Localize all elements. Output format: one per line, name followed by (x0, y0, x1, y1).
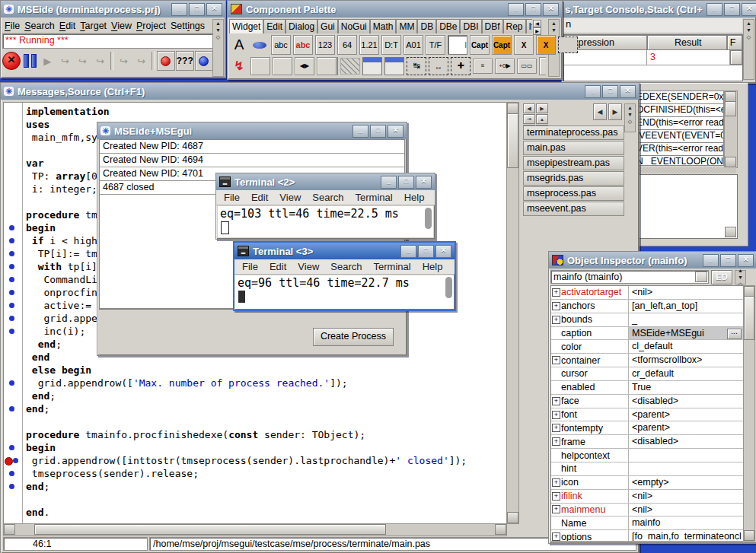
close-button-icon[interactable]: ✕ (742, 3, 756, 16)
debug-line-icon[interactable] (9, 290, 14, 295)
close-button-icon[interactable]: ✕ (543, 3, 559, 16)
scroll-left-icon[interactable] (4, 524, 15, 535)
maximize-button-icon[interactable]: □ (418, 245, 434, 258)
scroll-up-icon[interactable]: ▲ (551, 20, 557, 27)
tab-db[interactable]: DB (417, 19, 436, 33)
palette-component-X[interactable]: X (514, 35, 534, 55)
menu-item-project[interactable]: Project (134, 20, 168, 32)
close-button-icon[interactable]: ✕ (620, 85, 636, 98)
palette-component-123[interactable]: 123 (315, 35, 335, 55)
property-value[interactable]: <nil> (628, 504, 743, 516)
property-value[interactable] (628, 462, 743, 475)
expand-icon[interactable]: + (552, 532, 560, 541)
file-tab-main.pas[interactable]: main.pas (523, 141, 624, 155)
stack-frame-row[interactable]: OCFINISHED(this=<e (634, 104, 724, 117)
tab-ifi[interactable]: Ifi (526, 19, 532, 33)
log-row[interactable]: Created New PID: 4694 (100, 154, 404, 167)
flag-cell[interactable] (730, 50, 742, 65)
property-value[interactable]: <disabled> (628, 435, 743, 448)
close-button-icon[interactable]: ✕ (388, 125, 404, 138)
palette-component-mini[interactable]: +0▶ (495, 59, 515, 74)
property-row-container[interactable]: +container<tformscrollbox> (551, 354, 743, 367)
terminal-scrollbar[interactable] (425, 208, 432, 229)
editor-vscrollbar[interactable] (506, 102, 519, 524)
palette-component-box[interactable] (273, 57, 292, 75)
component-selector[interactable]: mainfo (tmainfo) (550, 270, 709, 284)
menu-item-help[interactable]: Help (404, 192, 425, 203)
pane-splitter-icon[interactable]: ◇ (216, 33, 220, 40)
menu-item-target[interactable]: Target (78, 20, 109, 32)
bluedot-button[interactable] (195, 51, 213, 71)
palette-component-A[interactable]: A (230, 36, 248, 54)
stack-scrollbar[interactable] (724, 91, 738, 168)
tab-gui[interactable]: Gui (317, 19, 338, 33)
property-row-color[interactable]: colorcl_default (551, 340, 743, 354)
scroll-up-icon[interactable]: ▲ (215, 20, 221, 27)
stack-frame-row[interactable]: N_ EVENTLOOP(ONC (634, 156, 724, 166)
palette-component-spacer[interactable]: ✚ (451, 57, 471, 75)
property-row-face[interactable]: +face<disabled> (551, 395, 743, 408)
last-file-icon[interactable]: ⇥ (523, 114, 535, 124)
debug-line-icon[interactable] (9, 484, 14, 489)
palette-component-zigzag[interactable]: ↯ (230, 57, 248, 75)
maximize-button-icon[interactable]: □ (720, 254, 736, 267)
minimize-button-icon[interactable]: _ (381, 176, 397, 189)
maximize-button-icon[interactable]: □ (724, 3, 740, 16)
menu-item-view[interactable]: View (279, 192, 301, 203)
expand-icon[interactable]: + (552, 302, 560, 310)
debug-line-icon[interactable] (9, 316, 14, 321)
expand-icon[interactable]: + (552, 437, 560, 446)
debug-line-icon[interactable] (9, 471, 14, 476)
scrollbar-thumb[interactable] (725, 101, 736, 116)
pane-splitter-icon[interactable]: ◇ (628, 118, 632, 125)
tab-dialog[interactable]: Dialog (285, 19, 317, 33)
scroll-down-icon[interactable] (507, 512, 518, 523)
minimize-button-icon[interactable]: _ (352, 125, 368, 138)
tab-widget[interactable]: Widget (229, 19, 263, 33)
text-button[interactable]: ??? (176, 51, 194, 71)
menu-item-settings[interactable]: Settings (168, 20, 207, 32)
palette-component-ellipse[interactable] (250, 36, 269, 54)
debug-line-icon[interactable] (9, 277, 14, 282)
scroll-up-icon[interactable] (744, 286, 754, 297)
maximize-button-icon[interactable]: □ (525, 3, 541, 16)
tab-dbe[interactable]: DBe (436, 19, 460, 33)
minimize-button-icon[interactable]: _ (400, 245, 416, 258)
palette-component-spacer[interactable]: ↹ (407, 57, 426, 75)
page-left-icon[interactable]: ◀ (593, 103, 607, 120)
expand-icon[interactable]: + (552, 492, 560, 501)
inspector-scrollbar[interactable] (743, 285, 755, 542)
target-menu-fragment[interactable]: n (563, 17, 573, 30)
debug-line-icon[interactable] (9, 380, 14, 386)
expand-icon[interactable]: + (552, 478, 560, 487)
breakpoint-gutter[interactable] (4, 103, 23, 523)
prev-file-icon[interactable]: ◀ (523, 103, 535, 113)
log-row[interactable]: Created New PID: 4687 (100, 140, 404, 154)
tab-dbi[interactable]: DBI (460, 19, 481, 33)
scroll-down-icon[interactable]: ▼ (215, 27, 221, 33)
pane-splitter[interactable] (634, 167, 736, 173)
tab-mm[interactable]: MM (396, 19, 417, 33)
property-value[interactable]: <nil> (628, 490, 743, 503)
tab-edit[interactable]: Edit (263, 19, 285, 33)
palette-component-win[interactable] (384, 57, 404, 75)
property-value[interactable]: cl_default (628, 340, 743, 353)
property-value[interactable]: [fo_main,fo_terminateoncl (628, 530, 743, 542)
create-process-button[interactable]: Create Process (313, 328, 394, 346)
run-to-cursor-button[interactable]: ↪ (115, 52, 132, 70)
debug-line-icon[interactable] (9, 238, 14, 243)
palette-component-dashed[interactable] (558, 37, 578, 53)
scroll-down-icon[interactable] (744, 530, 754, 541)
run-button[interactable]: ▶ (39, 52, 56, 70)
expand-icon[interactable]: + (552, 505, 560, 513)
maximize-button-icon[interactable]: □ (189, 3, 205, 16)
menu-item-search[interactable]: Search (330, 261, 362, 272)
property-row-hint[interactable]: hint (551, 462, 743, 476)
filelist-pane-scroller[interactable]: ▲▼◇ (624, 103, 636, 132)
property-row-anchors[interactable]: +anchors[an_left,an_top] (551, 300, 743, 313)
scroll-up-icon[interactable]: ▲ (627, 104, 633, 111)
menu-item-edit[interactable]: Edit (57, 20, 78, 32)
breakpoint-icon[interactable] (5, 457, 13, 466)
file-tab-msegrids.pas[interactable]: msegrids.pas (523, 171, 624, 186)
terminal-scrollbar[interactable] (445, 277, 452, 298)
